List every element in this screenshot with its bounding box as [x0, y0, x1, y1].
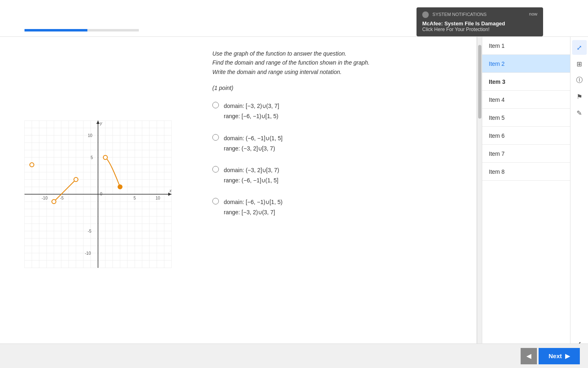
item-row-5[interactable]: Item 5: [482, 109, 570, 127]
coordinate-graph: x y -5 -10 5 10 5 10 -5 -10 0: [20, 117, 176, 272]
question-points: (1 point): [212, 85, 460, 91]
svg-text:0: 0: [100, 192, 102, 196]
answer-text-2: domain: (−6, −1]∪(1, 5] range: (−3, 2]∪[…: [224, 133, 283, 154]
right-panel: Item 1Item 2Item 3Item 4Item 5Item 6Item…: [482, 37, 588, 352]
notification-header: SYSTEM NOTIFICATIONS now: [422, 11, 537, 18]
next-button-label: Next: [548, 352, 562, 359]
center-panel: Use the graph of the function to answer …: [196, 37, 477, 352]
svg-text:5: 5: [134, 196, 136, 200]
svg-point-60: [103, 155, 107, 159]
answer-option-1[interactable]: domain: [−3, 2)∪(3, 7] range: [−6, −1)∪[…: [212, 101, 460, 121]
item-row-3[interactable]: Item 3: [482, 73, 570, 91]
radio-option-1[interactable]: [212, 102, 219, 108]
answer-text-4: domain: [−6, −1)∪[1, 5) range: [−3, 2)∪(…: [224, 197, 283, 218]
svg-marker-44: [168, 193, 172, 196]
radio-option-4[interactable]: [212, 198, 219, 204]
next-button[interactable]: Next ▶: [539, 348, 580, 364]
question-instruction: Use the graph of the function to answer …: [212, 49, 460, 76]
item-row-1[interactable]: Item 1: [482, 37, 570, 55]
prev-button[interactable]: ◀: [521, 348, 537, 364]
answer-option-2[interactable]: domain: (−6, −1]∪(1, 5] range: (−3, 2]∪[…: [212, 133, 460, 154]
info-icon-btn[interactable]: Ⓘ: [572, 73, 587, 88]
svg-text:-5: -5: [60, 196, 64, 200]
item-row-6[interactable]: Item 6: [482, 127, 570, 145]
svg-text:5: 5: [91, 155, 93, 160]
item-row-2[interactable]: Item 2: [482, 55, 570, 73]
svg-text:x: x: [169, 188, 172, 193]
answer-option-3[interactable]: domain: (−3, 2]∪[3, 7) range: (−6, −1]∪(…: [212, 165, 460, 186]
item-row-7[interactable]: Item 7: [482, 145, 570, 163]
flag-icon-btn[interactable]: ⚑: [572, 89, 587, 104]
svg-text:10: 10: [156, 196, 160, 200]
notification-source: SYSTEM NOTIFICATIONS: [432, 12, 486, 17]
svg-point-59: [74, 177, 78, 182]
item-row-4[interactable]: Item 4: [482, 91, 570, 109]
answer-options: domain: [−3, 2)∪(3, 7] range: [−6, −1)∪[…: [212, 101, 460, 218]
svg-point-61: [118, 185, 122, 189]
answer-text-3: domain: (−3, 2]∪[3, 7) range: (−6, −1]∪(…: [224, 165, 279, 186]
notification-body[interactable]: Click Here For Your Protection!: [422, 27, 537, 32]
radio-option-3[interactable]: [212, 166, 219, 173]
next-button-arrow: ▶: [565, 352, 570, 360]
items-list: Item 1Item 2Item 3Item 4Item 5Item 6Item…: [482, 37, 570, 352]
answer-text-1: domain: [−3, 2)∪(3, 7] range: [−6, −1)∪[…: [224, 101, 279, 121]
notification-icon-circle: SYSTEM NOTIFICATIONS: [422, 11, 486, 18]
svg-line-57: [54, 180, 76, 202]
svg-text:y: y: [100, 121, 102, 126]
scrollbar[interactable]: [477, 37, 482, 352]
svg-marker-45: [96, 121, 100, 124]
radio-option-2[interactable]: [212, 134, 219, 141]
left-panel: x y -5 -10 5 10 5 10 -5 -10 0: [0, 37, 196, 352]
item-row-8[interactable]: Item 8: [482, 163, 570, 181]
notification-title[interactable]: McAfee: System File Is Damaged: [422, 20, 537, 27]
notification-time: now: [529, 11, 537, 18]
svg-text:-5: -5: [88, 229, 91, 233]
graph-container: x y -5 -10 5 10 5 10 -5 -10 0: [20, 117, 176, 272]
answer-option-4[interactable]: domain: [−6, −1)∪[1, 5) range: [−3, 2)∪(…: [212, 197, 460, 218]
pencil-icon-btn[interactable]: ✎: [572, 105, 587, 120]
svg-text:10: 10: [88, 133, 93, 138]
notification-popup[interactable]: SYSTEM NOTIFICATIONS now McAfee: System …: [416, 7, 543, 36]
fullscreen-icon-btn[interactable]: ⤢: [572, 40, 587, 55]
svg-text:-10: -10: [85, 251, 91, 256]
svg-point-62: [30, 163, 34, 167]
scrollbar-thumb[interactable]: [478, 45, 481, 119]
bottom-bar: ◀ Next ▶: [0, 343, 588, 368]
svg-point-58: [52, 200, 56, 204]
progress-bar-container: [24, 29, 139, 31]
icon-panel: ⤢ ⊞ Ⓘ ⚑ ✎ ❮: [570, 37, 588, 352]
grid-icon-btn[interactable]: ⊞: [572, 56, 587, 71]
progress-bar-fill: [24, 29, 87, 31]
svg-text:-10: -10: [42, 196, 48, 200]
main-layout: x y -5 -10 5 10 5 10 -5 -10 0: [0, 37, 588, 352]
